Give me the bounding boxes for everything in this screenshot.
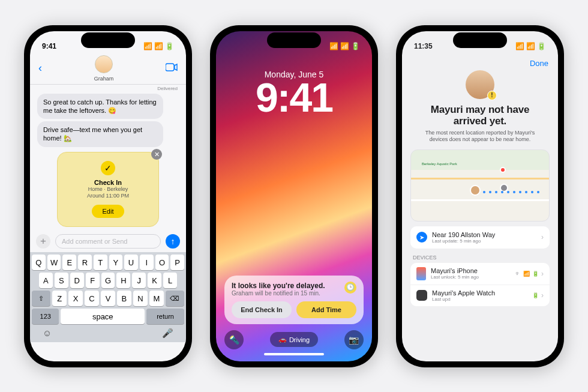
dictation-button[interactable]: 🎤: [162, 328, 173, 339]
phone-findmy: 11:35 📶 📶 🔋 Done ! Mayuri may not have a…: [396, 25, 564, 367]
alert-subtitle: The most recent location reported by May…: [402, 127, 558, 143]
facetime-button[interactable]: [166, 62, 178, 74]
key-q[interactable]: Q: [32, 255, 46, 270]
wifi-icon: 📶: [154, 42, 163, 50]
key-v[interactable]: V: [101, 291, 115, 306]
done-button[interactable]: Done: [402, 55, 558, 68]
alert-title: Mayuri may not have arrived yet.: [402, 104, 558, 127]
key-123[interactable]: 123: [32, 309, 59, 324]
checkin-card[interactable]: ✕ ✓ Check In Home · Berkeley Around 11:0…: [57, 152, 159, 227]
focus-label: Driving: [289, 336, 310, 343]
device-name: Mayuri's Apple Watch: [432, 289, 495, 297]
message-list[interactable]: So great to catch up. Thanks for letting…: [30, 91, 186, 231]
message-input[interactable]: Add comment or Send: [55, 234, 161, 249]
clock-icon: 🕒: [344, 282, 356, 294]
status-indicators: 📶 📶 🔋: [329, 42, 360, 50]
watch-icon: [416, 290, 427, 301]
key-t[interactable]: T: [94, 255, 107, 270]
emoji-button[interactable]: ☺: [43, 328, 52, 339]
location-icon: ➤: [416, 232, 427, 243]
back-button[interactable]: ‹: [38, 62, 42, 74]
checkin-title: Check In: [64, 179, 152, 186]
send-button[interactable]: ↑: [166, 234, 180, 249]
location-subtitle: Last update: 5 min ago: [432, 238, 495, 244]
status-indicators: 📶 📶 🔋: [143, 42, 174, 50]
device-sub: Last unlock: 5 min ago: [431, 274, 479, 280]
key-y[interactable]: Y: [109, 255, 123, 270]
device-row[interactable]: Mayuri's iPhone Last unlock: 5 min ago ᯤ…: [410, 263, 550, 285]
notif-title: It looks like you're delayed.: [232, 282, 356, 290]
delay-notification[interactable]: 🕒 It looks like you're delayed. Graham w…: [224, 276, 364, 324]
key-r[interactable]: R: [78, 255, 92, 270]
flashlight-button[interactable]: 🔦: [224, 330, 244, 349]
message-bubble[interactable]: Drive safe—text me when you get home! 🏡: [37, 121, 163, 147]
end-checkin-button[interactable]: End Check In: [232, 301, 292, 318]
chevron-right-icon: ›: [541, 270, 544, 278]
notif-subtitle: Graham will be notified in 15 min.: [232, 290, 356, 297]
key-n[interactable]: N: [133, 291, 148, 306]
key-g[interactable]: G: [101, 273, 115, 288]
key-x[interactable]: X: [68, 291, 83, 306]
chevron-right-icon: ›: [541, 233, 544, 241]
key-delete[interactable]: ⌫: [166, 291, 184, 306]
edit-button[interactable]: Edit: [92, 205, 125, 218]
key-return[interactable]: return: [146, 309, 184, 324]
dynamic-island: [267, 32, 321, 48]
lock-time: 9:41: [216, 79, 372, 116]
car-icon: 🚗: [278, 336, 287, 343]
message-bubble[interactable]: So great to catch up. Thanks for letting…: [37, 94, 163, 119]
checkin-destination: Home · Berkeley: [64, 186, 152, 193]
key-i[interactable]: I: [140, 255, 154, 270]
compose-bar: + Add comment or Send ↑: [30, 231, 186, 252]
status-time: 11:35: [414, 42, 433, 50]
key-space[interactable]: space: [61, 309, 145, 324]
device-row[interactable]: Mayuri's Apple Watch Last upd 🔋 ›: [410, 285, 550, 306]
devices-header: DEVICES: [413, 255, 547, 261]
battery-icon: 🔋: [537, 42, 546, 50]
key-l[interactable]: L: [163, 273, 177, 288]
person-avatar: !: [466, 70, 494, 99]
wifi-icon: 📶: [340, 42, 349, 50]
status-time: 9:41: [42, 42, 56, 50]
battery-icon: 🔋: [532, 292, 539, 298]
wifi-icon: ᯤ: [515, 271, 521, 277]
key-u[interactable]: U: [124, 255, 138, 270]
key-z[interactable]: Z: [52, 291, 67, 306]
add-button[interactable]: +: [36, 234, 50, 249]
signal-icon: 📶: [515, 42, 524, 50]
phone-messages: 9:41 📶 📶 🔋 ‹ Graham Delivered So great t…: [24, 25, 192, 367]
key-k[interactable]: K: [148, 273, 161, 288]
key-h[interactable]: H: [116, 273, 130, 288]
iphone-icon: [416, 267, 426, 280]
close-icon[interactable]: ✕: [151, 149, 162, 160]
dynamic-island: [81, 32, 135, 48]
key-c[interactable]: C: [85, 291, 99, 306]
key-j[interactable]: J: [132, 273, 146, 288]
key-m[interactable]: M: [149, 291, 164, 306]
add-time-button[interactable]: Add Time: [296, 301, 356, 318]
cell-icon: 📶: [523, 271, 530, 277]
key-e[interactable]: E: [62, 255, 76, 270]
devices-list: Mayuri's iPhone Last unlock: 5 min ago ᯤ…: [410, 263, 550, 306]
signal-icon: 📶: [143, 42, 152, 50]
key-d[interactable]: D: [70, 273, 84, 288]
key-a[interactable]: A: [39, 273, 53, 288]
location-card[interactable]: ➤ Near 190 Allston Way Last update: 5 mi…: [410, 226, 550, 249]
location-title: Near 190 Allston Way: [432, 231, 495, 238]
home-indicator[interactable]: [264, 353, 324, 355]
camera-button[interactable]: 📷: [344, 330, 364, 349]
map-view[interactable]: Berkeley Aquatic Park: [410, 149, 550, 222]
key-s[interactable]: S: [55, 273, 68, 288]
focus-pill[interactable]: 🚗 Driving: [270, 332, 318, 347]
key-w[interactable]: W: [47, 255, 61, 270]
battery-icon: 🔋: [351, 42, 360, 50]
map-park-label: Berkeley Aquatic Park: [422, 162, 457, 166]
key-f[interactable]: F: [86, 273, 100, 288]
key-b[interactable]: B: [117, 291, 131, 306]
key-p[interactable]: P: [170, 255, 184, 270]
contact-name: Graham: [94, 76, 114, 82]
key-shift[interactable]: ⇧: [32, 291, 50, 306]
contact-header[interactable]: Graham: [94, 55, 114, 82]
key-o[interactable]: O: [155, 255, 169, 270]
map-pin-person: [470, 185, 481, 196]
